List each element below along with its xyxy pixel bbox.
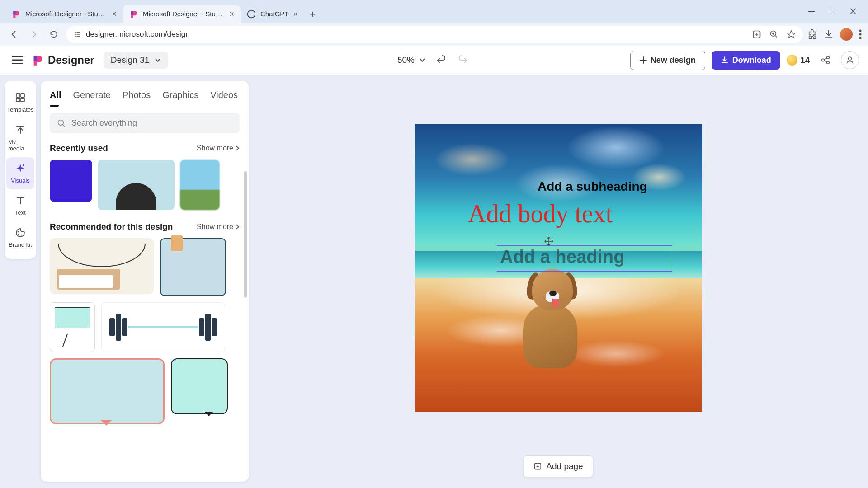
recommended-asset-6[interactable]	[171, 358, 228, 414]
kebab-menu-icon[interactable]	[859, 29, 862, 39]
design-name: Design 31	[111, 55, 150, 65]
templates-icon	[14, 92, 26, 103]
rail-templates[interactable]: Templates	[6, 86, 34, 118]
new-tab-button[interactable]: +	[304, 6, 321, 23]
design-canvas[interactable]: Add a subheading Add body text Add a hea…	[415, 124, 702, 412]
rail-label: Visuals	[11, 177, 30, 184]
zoom-level: 50%	[397, 55, 415, 65]
profile-avatar[interactable]	[840, 28, 853, 41]
minimize-button[interactable]	[807, 7, 816, 15]
close-icon[interactable]: ×	[112, 10, 117, 18]
left-rail: Templates My media Visuals Text Brand ki…	[0, 75, 41, 488]
design-name-dropdown[interactable]: Design 31	[104, 52, 169, 69]
show-more-label: Show more	[197, 144, 233, 152]
account-button[interactable]	[841, 51, 859, 69]
show-more-recent[interactable]: Show more	[197, 144, 240, 152]
recommended-asset-4[interactable]	[101, 302, 225, 352]
tab-label: Graphics	[162, 90, 198, 100]
canvas-text-heading-selected[interactable]: Add a heading	[497, 245, 672, 272]
rail-text[interactable]: Text	[6, 189, 34, 221]
zoom-dropdown[interactable]: 50%	[397, 55, 425, 65]
search-placeholder: Search everything	[71, 118, 137, 128]
recommended-asset-5[interactable]	[50, 358, 165, 424]
svg-point-0	[248, 10, 255, 18]
site-info-icon[interactable]	[73, 30, 81, 38]
recommended-asset-2[interactable]	[160, 238, 226, 296]
canvas-area[interactable]: Add a subheading Add body text Add a hea…	[249, 75, 868, 488]
rail-visuals[interactable]: Visuals	[6, 157, 34, 189]
search-input[interactable]: Search everything	[50, 113, 240, 133]
download-label: Download	[732, 56, 771, 65]
svg-rect-8	[77, 36, 80, 37]
browser-tab-1[interactable]: Microsoft Designer - Stunning ×	[5, 5, 123, 23]
back-button[interactable]	[6, 27, 22, 42]
redo-button[interactable]	[456, 53, 471, 67]
chatgpt-favicon-icon	[247, 9, 256, 19]
section-title-recent: Recently used	[50, 143, 108, 153]
browser-tab-2[interactable]: Microsoft Designer - Stunning ×	[123, 5, 241, 23]
close-icon[interactable]: ×	[229, 10, 234, 18]
move-cursor-icon	[544, 236, 554, 246]
designer-logo[interactable]: Designer	[32, 54, 94, 66]
address-bar[interactable]: designer.microsoft.com/design	[66, 26, 803, 43]
svg-rect-22	[21, 94, 24, 97]
new-design-label: New design	[651, 56, 696, 65]
canvas-text-body[interactable]: Add body text	[468, 199, 613, 228]
undo-button[interactable]	[434, 53, 448, 67]
svg-point-20	[849, 57, 852, 60]
show-more-recommended[interactable]: Show more	[197, 223, 240, 231]
tab-title: ChatGPT	[260, 10, 289, 18]
download-button[interactable]: Download	[712, 51, 780, 70]
panel-tab-generate[interactable]: Generate	[73, 90, 111, 105]
install-app-icon[interactable]	[752, 30, 761, 39]
recent-asset-1[interactable]	[50, 160, 92, 202]
close-icon[interactable]: ×	[293, 10, 298, 18]
rail-my-media[interactable]: My media	[6, 118, 34, 157]
browser-tab-3[interactable]: ChatGPT ×	[241, 5, 304, 23]
maximize-button[interactable]	[828, 7, 836, 15]
svg-point-7	[75, 36, 76, 37]
rail-brand-kit[interactable]: Brand kit	[6, 221, 34, 253]
visuals-panel: All Generate Photos Graphics Videos Sear…	[41, 81, 249, 482]
url-text: designer.microsoft.com/design	[86, 30, 190, 39]
recent-asset-2[interactable]	[98, 160, 175, 210]
panel-tab-graphics[interactable]: Graphics	[162, 90, 198, 105]
app-header: Designer Design 31 50% New design Downlo…	[0, 46, 868, 75]
panel-tab-videos[interactable]: Videos	[210, 90, 238, 105]
tab-label: All	[50, 90, 61, 100]
recommended-asset-1[interactable]	[50, 238, 154, 294]
forward-button[interactable]	[26, 27, 42, 42]
svg-rect-16	[12, 63, 23, 64]
panel-tab-all[interactable]: All	[50, 90, 61, 105]
svg-point-17	[822, 59, 825, 61]
recent-asset-3[interactable]	[180, 160, 220, 210]
rail-label: Templates	[7, 106, 33, 113]
rail-label: Brand kit	[9, 241, 32, 248]
new-design-button[interactable]: New design	[630, 51, 705, 70]
brand-name: Designer	[48, 54, 94, 66]
bookmark-icon[interactable]	[787, 30, 796, 39]
close-window-button[interactable]	[849, 7, 857, 15]
section-title-recommended: Recommended for this design	[50, 222, 173, 232]
plus-square-icon	[533, 462, 542, 470]
zoom-icon[interactable]	[769, 30, 778, 39]
recommended-asset-3[interactable]	[50, 302, 95, 352]
menu-button[interactable]	[9, 52, 25, 68]
panel-tab-photos[interactable]: Photos	[123, 90, 151, 105]
downloads-icon[interactable]	[824, 29, 834, 39]
credits-display[interactable]: 14	[787, 55, 810, 66]
browser-tab-strip: Microsoft Designer - Stunning × Microsof…	[0, 0, 868, 23]
reload-button[interactable]	[46, 27, 61, 42]
designer-logo-icon	[32, 54, 44, 66]
canvas-text-heading[interactable]: Add a heading	[500, 247, 625, 267]
svg-rect-24	[21, 98, 24, 102]
share-button[interactable]	[816, 51, 835, 69]
palette-icon	[14, 227, 26, 239]
extensions-icon[interactable]	[807, 29, 817, 39]
canvas-image-dog[interactable]	[514, 264, 591, 368]
svg-rect-21	[16, 94, 20, 97]
svg-point-3	[75, 32, 76, 33]
canvas-text-subheading[interactable]: Add a subheading	[538, 179, 647, 194]
add-page-button[interactable]: Add page	[523, 455, 593, 477]
scrollbar[interactable]	[244, 171, 247, 298]
